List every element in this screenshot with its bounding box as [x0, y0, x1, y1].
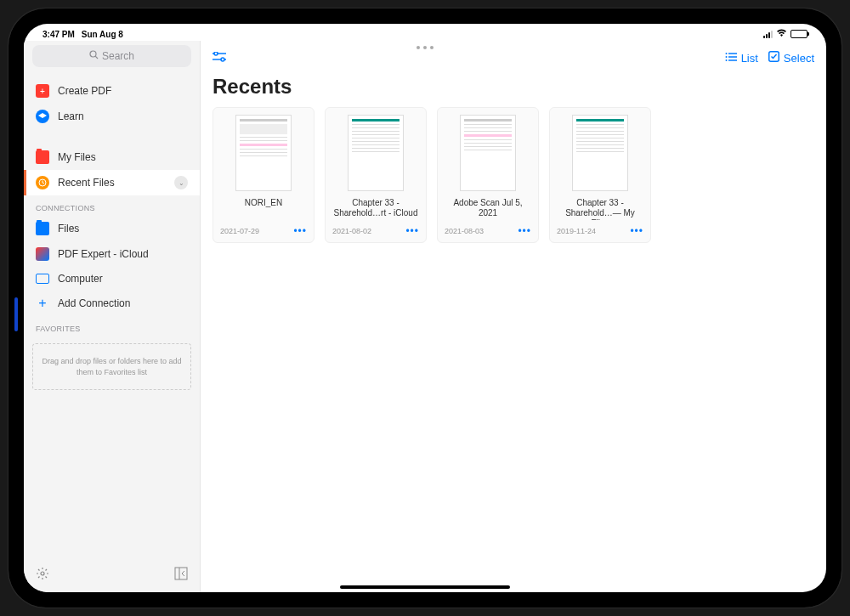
- page-title: Recents: [201, 75, 826, 107]
- search-input[interactable]: Search: [32, 45, 191, 67]
- file-name: Adobe Scan Jul 5, 2021: [445, 198, 531, 220]
- svg-point-7: [214, 52, 218, 55]
- sidebar-item-label: Computer: [58, 273, 103, 285]
- svg-point-10: [725, 53, 727, 54]
- collapse-sidebar-button[interactable]: [174, 567, 188, 584]
- filter-button[interactable]: [212, 51, 226, 65]
- sidebar-item-pdf-expert-icloud[interactable]: PDF Expert - iCloud: [24, 241, 200, 267]
- search-icon: [89, 50, 99, 62]
- signal-icon: [763, 31, 773, 38]
- sidebar-item-my-files[interactable]: My Files: [24, 144, 200, 170]
- list-icon: [725, 52, 737, 65]
- toolbar: List Select: [201, 41, 826, 75]
- sidebar-item-learn[interactable]: Learn: [24, 104, 200, 129]
- more-button[interactable]: •••: [293, 225, 307, 237]
- tablet-frame: 3:47 PM Sun Aug 8 Search: [8, 8, 842, 608]
- sidebar-item-recent-files[interactable]: Recent Files ⌄: [24, 170, 200, 195]
- file-date: 2021-07-29: [220, 227, 259, 235]
- more-button[interactable]: •••: [405, 225, 419, 237]
- file-grid: NORI_EN 2021-07-29 ••• Chapter 33 - Shar…: [201, 107, 826, 243]
- settings-button[interactable]: [36, 567, 49, 584]
- select-label: Select: [784, 52, 814, 65]
- file-name: NORI_EN: [220, 198, 307, 220]
- select-button[interactable]: Select: [768, 51, 814, 65]
- sidebar-item-label: Add Connection: [58, 297, 130, 309]
- status-bar: 3:47 PM Sun Aug 8: [24, 24, 826, 41]
- file-card[interactable]: Chapter 33 - Sharehold…rt - iCloud 2021-…: [325, 107, 427, 243]
- file-name: Chapter 33 - Sharehold…rt - iCloud: [332, 198, 419, 220]
- svg-line-1: [95, 56, 98, 59]
- check-square-icon: [768, 51, 779, 65]
- sidebar-list: + Create PDF Learn My Files: [24, 71, 200, 558]
- status-date: Sun Aug 8: [82, 30, 123, 39]
- svg-point-9: [221, 58, 224, 61]
- file-date: 2019-11-24: [557, 227, 596, 235]
- volume-indicator: [14, 297, 18, 331]
- battery-icon: [790, 30, 808, 38]
- sidebar-item-label: Files: [58, 223, 79, 235]
- svg-point-14: [725, 59, 727, 61]
- screen: 3:47 PM Sun Aug 8 Search: [24, 24, 826, 592]
- search-placeholder: Search: [102, 50, 134, 62]
- svg-point-12: [725, 56, 727, 58]
- sidebar-item-label: My Files: [58, 151, 96, 163]
- file-thumbnail: [460, 115, 516, 191]
- more-button[interactable]: •••: [630, 225, 643, 237]
- connections-header: CONNECTIONS: [24, 195, 200, 216]
- file-card[interactable]: NORI_EN 2021-07-29 •••: [212, 107, 314, 243]
- sidebar-item-create-pdf[interactable]: + Create PDF: [24, 78, 200, 104]
- list-label: List: [741, 52, 758, 65]
- app-icon: [36, 247, 49, 261]
- status-time: 3:47 PM: [42, 30, 75, 39]
- more-button[interactable]: •••: [518, 225, 531, 237]
- monitor-icon: [36, 274, 49, 284]
- chevron-down-icon[interactable]: ⌄: [174, 176, 188, 189]
- file-card[interactable]: Chapter 33 - Sharehold…— My Files 2019-1…: [549, 107, 651, 243]
- sidebar-item-computer[interactable]: Computer: [24, 267, 200, 291]
- svg-point-0: [90, 51, 96, 57]
- main-area: List Select Recents NO: [201, 41, 826, 592]
- file-date: 2021-08-02: [332, 227, 371, 235]
- file-card[interactable]: Adobe Scan Jul 5, 2021 2021-08-03 •••: [437, 107, 539, 243]
- svg-point-3: [41, 572, 44, 575]
- file-thumbnail: [348, 115, 404, 191]
- file-thumbnail: [235, 115, 292, 191]
- folder-icon: [36, 150, 49, 164]
- sidebar-item-files[interactable]: Files: [24, 216, 200, 241]
- sidebar: Search + Create PDF Learn: [24, 41, 201, 592]
- clock-icon: [36, 176, 49, 189]
- multitask-handle[interactable]: [416, 46, 434, 49]
- file-name: Chapter 33 - Sharehold…— My Files: [557, 198, 643, 220]
- favorites-header: FAVORITES: [24, 316, 200, 336]
- sidebar-item-label: Learn: [58, 110, 84, 122]
- list-view-button[interactable]: List: [725, 52, 758, 65]
- sidebar-item-add-connection[interactable]: + Add Connection: [24, 291, 200, 316]
- home-indicator[interactable]: [340, 585, 510, 589]
- document-plus-icon: +: [36, 84, 49, 98]
- file-date: 2021-08-03: [445, 227, 484, 235]
- plus-icon: +: [36, 297, 49, 310]
- file-thumbnail: [572, 115, 628, 191]
- sidebar-item-label: PDF Expert - iCloud: [58, 248, 149, 260]
- app-content: Search + Create PDF Learn: [24, 41, 826, 592]
- sidebar-item-label: Recent Files: [58, 177, 115, 189]
- sidebar-item-label: Create PDF: [58, 85, 111, 97]
- wifi-icon: [776, 29, 787, 39]
- svg-rect-4: [175, 568, 187, 579]
- graduation-cap-icon: [36, 110, 49, 123]
- folder-icon: [36, 222, 49, 235]
- favorites-dropzone[interactable]: Drag and drop files or folders here to a…: [32, 343, 191, 390]
